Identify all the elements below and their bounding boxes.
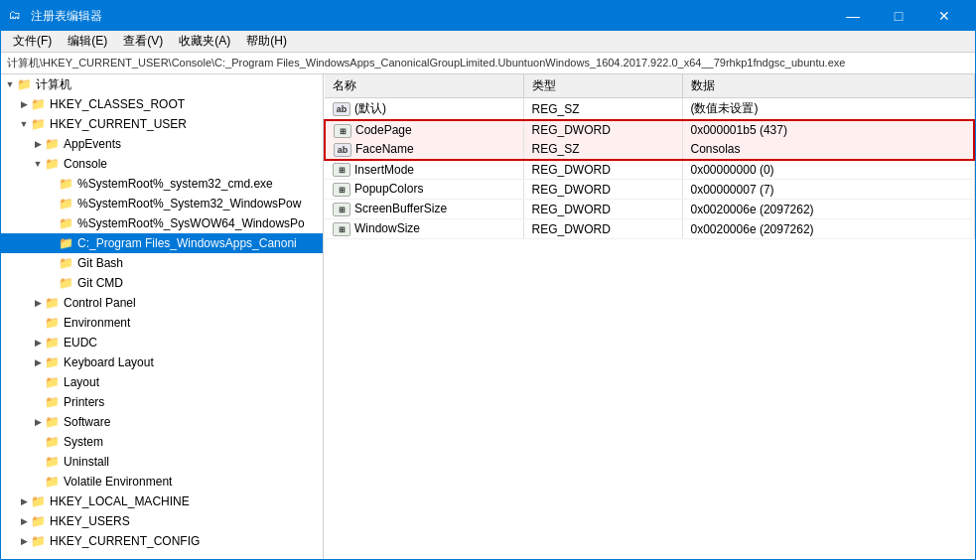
tree-item-console_ubuntu[interactable]: 📁C:_Program Files_WindowsApps_Canoni xyxy=(1,233,323,253)
expand-icon[interactable]: ▶ xyxy=(17,514,31,528)
tree-item-hkcu[interactable]: ▼📁HKEY_CURRENT_USER xyxy=(1,114,323,134)
expand-icon[interactable]: ▶ xyxy=(31,415,45,429)
folder-icon: 📁 xyxy=(31,534,47,548)
expand-icon xyxy=(45,216,59,230)
expand-icon[interactable]: ▶ xyxy=(17,534,31,548)
folder-icon: 📁 xyxy=(59,216,74,230)
bin-icon: ⊞ xyxy=(333,183,350,197)
menu-item-e[interactable]: 编辑(E) xyxy=(60,31,115,52)
expand-icon xyxy=(31,375,45,389)
col-data: 数据 xyxy=(682,74,974,98)
tree-label: Layout xyxy=(64,375,99,389)
tree-label: Git Bash xyxy=(77,256,123,270)
expand-icon xyxy=(45,256,59,270)
tree-item-hklm[interactable]: ▶📁HKEY_LOCAL_MACHINE xyxy=(1,491,323,511)
expand-icon[interactable]: ▼ xyxy=(3,77,17,91)
col-name: 名称 xyxy=(325,74,523,98)
tree-item-computer[interactable]: ▼📁计算机 xyxy=(1,74,323,94)
table-scroll[interactable]: 名称 类型 数据 ab(默认)REG_SZ(数值未设置)⊞CodePageREG… xyxy=(324,74,975,559)
folder-icon: 📁 xyxy=(45,475,61,489)
reg-data-cell: 0x000001b5 (437) xyxy=(682,120,974,140)
window-title: 注册表编辑器 xyxy=(31,8,830,25)
reg-name-cell: ab(默认) xyxy=(325,98,523,121)
tree-label: Volatile Environment xyxy=(64,475,172,489)
minimize-button[interactable]: — xyxy=(830,1,876,31)
menu-item-a[interactable]: 收藏夹(A) xyxy=(171,31,238,52)
tree-label: Git CMD xyxy=(77,276,123,290)
menu-item-f[interactable]: 文件(F) xyxy=(5,31,60,52)
tree-item-git_cmd[interactable]: 📁Git CMD xyxy=(1,273,323,293)
reg-name-cell: ⊞ScreenBufferSize xyxy=(325,200,523,219)
app-icon: 🗂 xyxy=(9,8,25,24)
folder-icon: 📁 xyxy=(45,137,61,151)
folder-icon: 📁 xyxy=(45,316,61,330)
expand-icon[interactable]: ▶ xyxy=(31,296,45,310)
tree-item-software[interactable]: ▶📁Software xyxy=(1,412,323,432)
tree-item-hkcr[interactable]: ▶📁HKEY_CLASSES_ROOT xyxy=(1,94,323,114)
tree-label: %SystemRoot%_system32_cmd.exe xyxy=(77,177,273,191)
folder-icon: 📁 xyxy=(45,336,61,350)
tree-label: HKEY_CURRENT_USER xyxy=(50,117,187,131)
tree-label: 计算机 xyxy=(36,76,71,93)
folder-icon: 📁 xyxy=(45,415,61,429)
table-row[interactable]: ⊞InsertModeREG_DWORD0x00000000 (0) xyxy=(325,160,974,180)
table-row[interactable]: ⊞ScreenBufferSizeREG_DWORD0x0020006e (20… xyxy=(325,200,974,219)
tree-item-appevents[interactable]: ▶📁AppEvents xyxy=(1,134,323,154)
expand-icon[interactable]: ▶ xyxy=(17,97,31,111)
tree-item-git_bash[interactable]: 📁Git Bash xyxy=(1,253,323,273)
tree-label: Printers xyxy=(64,395,104,409)
tree-label: Keyboard Layout xyxy=(64,355,154,369)
ab-icon: ab xyxy=(334,143,351,157)
table-row[interactable]: abFaceNameREG_SZConsolas xyxy=(325,140,974,160)
tree-label: HKEY_USERS xyxy=(50,514,130,528)
tree-item-environment[interactable]: 📁Environment xyxy=(1,313,323,333)
reg-data-cell: 0x0020006e (2097262) xyxy=(682,200,974,219)
folder-icon: 📁 xyxy=(31,97,47,111)
tree-panel[interactable]: ▼📁计算机▶📁HKEY_CLASSES_ROOT▼📁HKEY_CURRENT_U… xyxy=(1,74,324,559)
tree-item-keyboard_layout[interactable]: ▶📁Keyboard Layout xyxy=(1,352,323,372)
reg-type-cell: REG_DWORD xyxy=(523,200,682,219)
tree-item-eudc[interactable]: ▶📁EUDC xyxy=(1,333,323,352)
folder-icon: 📁 xyxy=(59,256,74,270)
tree-item-uninstall[interactable]: 📁Uninstall xyxy=(1,452,323,472)
tree-item-hkcc[interactable]: ▶📁HKEY_CURRENT_CONFIG xyxy=(1,531,323,551)
reg-name-cell: ⊞WindowSize xyxy=(325,219,523,239)
expand-icon[interactable]: ▶ xyxy=(31,137,45,151)
expand-icon xyxy=(31,455,45,469)
right-panel: 名称 类型 数据 ab(默认)REG_SZ(数值未设置)⊞CodePageREG… xyxy=(324,74,975,559)
table-row[interactable]: ⊞WindowSizeREG_DWORD0x0020006e (2097262) xyxy=(325,219,974,239)
tree-item-system[interactable]: 📁System xyxy=(1,432,323,452)
close-button[interactable]: ✕ xyxy=(921,1,967,31)
tree-item-hku[interactable]: ▶📁HKEY_USERS xyxy=(1,511,323,531)
menu-item-h[interactable]: 帮助(H) xyxy=(238,31,295,52)
tree-label: EUDC xyxy=(64,336,97,350)
ab-icon: ab xyxy=(333,102,350,116)
expand-icon[interactable]: ▼ xyxy=(31,157,45,171)
expand-icon[interactable]: ▶ xyxy=(31,355,45,369)
folder-icon: 📁 xyxy=(45,375,61,389)
reg-type-cell: REG_DWORD xyxy=(523,120,682,140)
tree-item-console_wow64[interactable]: 📁%SystemRoot%_SysWOW64_WindowsPo xyxy=(1,213,323,233)
tree-item-console_cmd[interactable]: 📁%SystemRoot%_system32_cmd.exe xyxy=(1,174,323,194)
tree-label: HKEY_CURRENT_CONFIG xyxy=(50,534,200,548)
table-row[interactable]: ⊞CodePageREG_DWORD0x000001b5 (437) xyxy=(325,120,974,140)
expand-icon xyxy=(31,395,45,409)
tree-item-console[interactable]: ▼📁Console xyxy=(1,154,323,174)
tree-item-printers[interactable]: 📁Printers xyxy=(1,392,323,412)
tree-item-control_panel[interactable]: ▶📁Control Panel xyxy=(1,293,323,313)
address-text: 计算机\HKEY_CURRENT_USER\Console\C:_Program… xyxy=(7,56,845,70)
menu-item-v[interactable]: 查看(V) xyxy=(115,31,171,52)
table-row[interactable]: ab(默认)REG_SZ(数值未设置) xyxy=(325,98,974,121)
tree-item-volatile[interactable]: 📁Volatile Environment xyxy=(1,472,323,491)
table-row[interactable]: ⊞PopupColorsREG_DWORD0x00000007 (7) xyxy=(325,180,974,200)
expand-icon xyxy=(45,197,59,210)
reg-data-cell: 0x0020006e (2097262) xyxy=(682,219,974,239)
tree-item-console_ps[interactable]: 📁%SystemRoot%_System32_WindowsPow xyxy=(1,194,323,213)
expand-icon xyxy=(31,475,45,489)
expand-icon[interactable]: ▼ xyxy=(17,117,31,131)
tree-item-layout[interactable]: 📁Layout xyxy=(1,372,323,392)
expand-icon[interactable]: ▶ xyxy=(17,494,31,508)
maximize-button[interactable]: □ xyxy=(876,1,921,31)
expand-icon[interactable]: ▶ xyxy=(31,336,45,350)
tree-label: System xyxy=(64,435,103,449)
